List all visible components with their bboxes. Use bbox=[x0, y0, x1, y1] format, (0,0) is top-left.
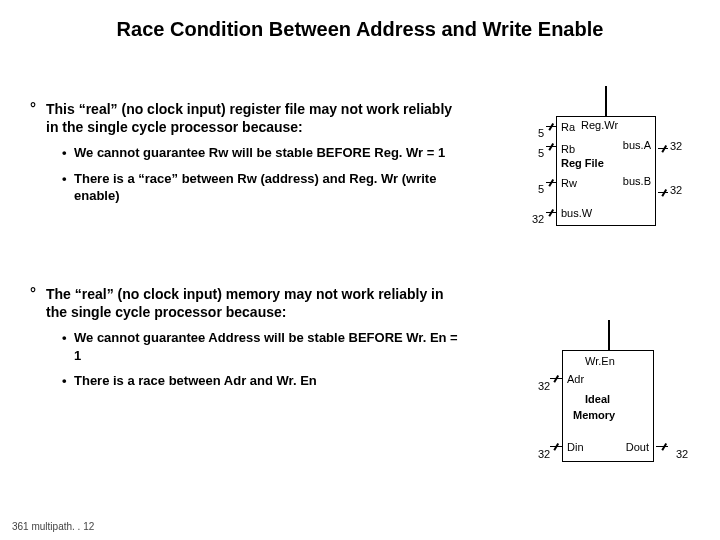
sub-1b: • There is a “race” between Rw (address)… bbox=[30, 170, 460, 205]
wren-wire bbox=[608, 320, 610, 350]
width-5: 5 bbox=[538, 183, 544, 195]
port-ra: Ra bbox=[561, 121, 575, 133]
section-regfile: ° This “real” (no clock input) register … bbox=[30, 100, 460, 205]
sub-2b-text: There is a race between Adr and Wr. En bbox=[74, 373, 317, 388]
dot-bullet: • bbox=[62, 144, 67, 162]
lead-2: ° The “real” (no clock input) memory may… bbox=[30, 285, 460, 321]
port-wren: Wr.En bbox=[585, 355, 615, 367]
width-32: 32 bbox=[538, 448, 550, 460]
width-32: 32 bbox=[538, 380, 550, 392]
width-32: 32 bbox=[676, 448, 688, 460]
sub-1b-text: There is a “race” between Rw (address) a… bbox=[74, 171, 436, 204]
dot-bullet: • bbox=[62, 372, 67, 390]
memory-box: Wr.En Adr Ideal Memory Din Dout bbox=[562, 350, 654, 462]
port-regwr: Reg.Wr bbox=[581, 119, 618, 131]
port-busw: bus.W bbox=[561, 207, 592, 219]
width-32: 32 bbox=[670, 184, 682, 196]
regfile-box: Ra Reg.Wr Rb bus.A Reg File Rw bus.B bus… bbox=[556, 116, 656, 226]
regfile-diagram: Ra Reg.Wr Rb bus.A Reg File Rw bus.B bus… bbox=[530, 102, 700, 232]
lead-1-text: This “real” (no clock input) register fi… bbox=[46, 101, 452, 135]
lead-2-text: The “real” (no clock input) memory may n… bbox=[46, 286, 444, 320]
sub-2a-text: We cannot guarantee Address will be stab… bbox=[74, 330, 458, 363]
dot-bullet: • bbox=[62, 329, 67, 347]
dot-bullet: • bbox=[62, 170, 67, 188]
width-32: 32 bbox=[670, 140, 682, 152]
bullet-degree: ° bbox=[30, 283, 36, 303]
port-busa: bus.A bbox=[623, 139, 651, 151]
sub-2b: • There is a race between Adr and Wr. En bbox=[30, 372, 460, 390]
memory-diagram: Wr.En Adr Ideal Memory Din Dout 32 32 32 bbox=[520, 330, 705, 470]
lead-1: ° This “real” (no clock input) register … bbox=[30, 100, 460, 136]
section-memory: ° The “real” (no clock input) memory may… bbox=[30, 285, 460, 390]
body-content: ° This “real” (no clock input) register … bbox=[30, 100, 460, 450]
slide-title: Race Condition Between Address and Write… bbox=[0, 0, 720, 41]
port-rb: Rb bbox=[561, 143, 575, 155]
bullet-degree: ° bbox=[30, 98, 36, 118]
mem-memory: Memory bbox=[573, 409, 615, 421]
port-din: Din bbox=[567, 441, 584, 453]
port-busb: bus.B bbox=[623, 175, 651, 187]
mem-ideal: Ideal bbox=[585, 393, 610, 405]
sub-1a: • We cannot guarantee Rw will be stable … bbox=[30, 144, 460, 162]
regfile-label: Reg File bbox=[561, 157, 604, 169]
port-dout: Dout bbox=[626, 441, 649, 453]
port-adr: Adr bbox=[567, 373, 584, 385]
port-rw: Rw bbox=[561, 177, 577, 189]
sub-2a: • We cannot guarantee Address will be st… bbox=[30, 329, 460, 364]
width-5: 5 bbox=[538, 147, 544, 159]
sub-1a-text: We cannot guarantee Rw will be stable BE… bbox=[74, 145, 445, 160]
width-5: 5 bbox=[538, 127, 544, 139]
slide-footer: 361 multipath. . 12 bbox=[12, 521, 94, 532]
regwr-wire bbox=[605, 86, 607, 116]
width-32: 32 bbox=[532, 213, 544, 225]
